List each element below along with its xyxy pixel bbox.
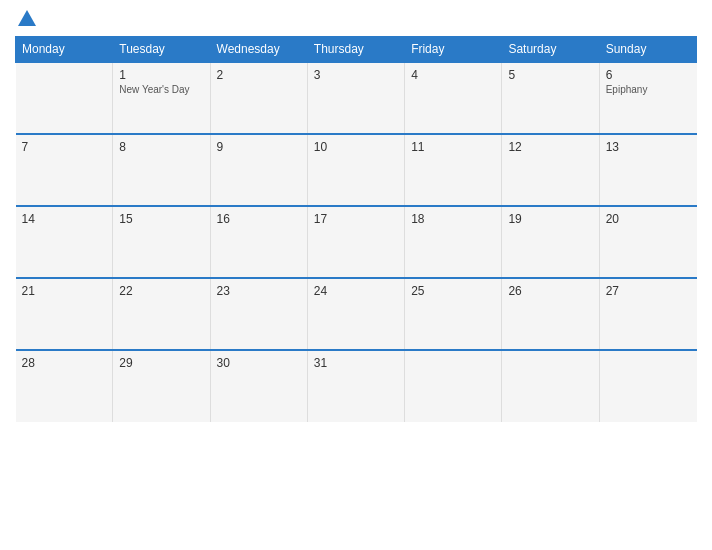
- table-row: 6Epiphany: [599, 62, 696, 134]
- table-row: 16: [210, 206, 307, 278]
- day-number: 23: [217, 284, 301, 298]
- calendar-container: Monday Tuesday Wednesday Thursday Friday…: [0, 0, 712, 550]
- table-row: 30: [210, 350, 307, 422]
- table-row: 25: [405, 278, 502, 350]
- day-number: 24: [314, 284, 398, 298]
- day-number: 30: [217, 356, 301, 370]
- calendar-body: 1New Year's Day23456Epiphany789101112131…: [16, 62, 697, 422]
- calendar-table: Monday Tuesday Wednesday Thursday Friday…: [15, 36, 697, 422]
- table-row: 1New Year's Day: [113, 62, 210, 134]
- table-row: 18: [405, 206, 502, 278]
- day-number: 25: [411, 284, 495, 298]
- day-number: 3: [314, 68, 398, 82]
- table-row: 21: [16, 278, 113, 350]
- table-row: 14: [16, 206, 113, 278]
- table-row: [599, 350, 696, 422]
- col-monday: Monday: [16, 37, 113, 63]
- day-number: 14: [22, 212, 107, 226]
- day-number: 6: [606, 68, 691, 82]
- holiday-label: Epiphany: [606, 84, 691, 95]
- table-row: 31: [307, 350, 404, 422]
- holiday-label: New Year's Day: [119, 84, 203, 95]
- day-number: 22: [119, 284, 203, 298]
- day-number: 11: [411, 140, 495, 154]
- table-row: 4: [405, 62, 502, 134]
- day-number: 2: [217, 68, 301, 82]
- day-number: 16: [217, 212, 301, 226]
- calendar-header: [15, 10, 697, 28]
- col-friday: Friday: [405, 37, 502, 63]
- table-row: 20: [599, 206, 696, 278]
- day-number: 29: [119, 356, 203, 370]
- table-row: 9: [210, 134, 307, 206]
- col-saturday: Saturday: [502, 37, 599, 63]
- logo: [15, 10, 36, 28]
- day-number: 8: [119, 140, 203, 154]
- day-number: 26: [508, 284, 592, 298]
- day-number: 9: [217, 140, 301, 154]
- calendar-header-row: Monday Tuesday Wednesday Thursday Friday…: [16, 37, 697, 63]
- table-row: 29: [113, 350, 210, 422]
- table-row: 27: [599, 278, 696, 350]
- day-number: 7: [22, 140, 107, 154]
- col-sunday: Sunday: [599, 37, 696, 63]
- table-row: 7: [16, 134, 113, 206]
- table-row: 12: [502, 134, 599, 206]
- table-row: [405, 350, 502, 422]
- table-row: 2: [210, 62, 307, 134]
- table-row: [16, 62, 113, 134]
- col-tuesday: Tuesday: [113, 37, 210, 63]
- table-row: 11: [405, 134, 502, 206]
- day-number: 13: [606, 140, 691, 154]
- table-row: 15: [113, 206, 210, 278]
- day-number: 28: [22, 356, 107, 370]
- day-number: 15: [119, 212, 203, 226]
- day-number: 19: [508, 212, 592, 226]
- table-row: 26: [502, 278, 599, 350]
- day-number: 20: [606, 212, 691, 226]
- logo-triangle-icon: [18, 10, 36, 26]
- table-row: 28: [16, 350, 113, 422]
- table-row: 5: [502, 62, 599, 134]
- day-number: 12: [508, 140, 592, 154]
- day-number: 17: [314, 212, 398, 226]
- day-number: 1: [119, 68, 203, 82]
- table-row: 23: [210, 278, 307, 350]
- col-thursday: Thursday: [307, 37, 404, 63]
- table-row: 19: [502, 206, 599, 278]
- table-row: 13: [599, 134, 696, 206]
- table-row: 22: [113, 278, 210, 350]
- table-row: 17: [307, 206, 404, 278]
- day-number: 4: [411, 68, 495, 82]
- table-row: 8: [113, 134, 210, 206]
- col-wednesday: Wednesday: [210, 37, 307, 63]
- day-number: 5: [508, 68, 592, 82]
- day-number: 21: [22, 284, 107, 298]
- table-row: 24: [307, 278, 404, 350]
- day-number: 18: [411, 212, 495, 226]
- table-row: 10: [307, 134, 404, 206]
- table-row: 3: [307, 62, 404, 134]
- day-number: 10: [314, 140, 398, 154]
- day-number: 27: [606, 284, 691, 298]
- day-number: 31: [314, 356, 398, 370]
- table-row: [502, 350, 599, 422]
